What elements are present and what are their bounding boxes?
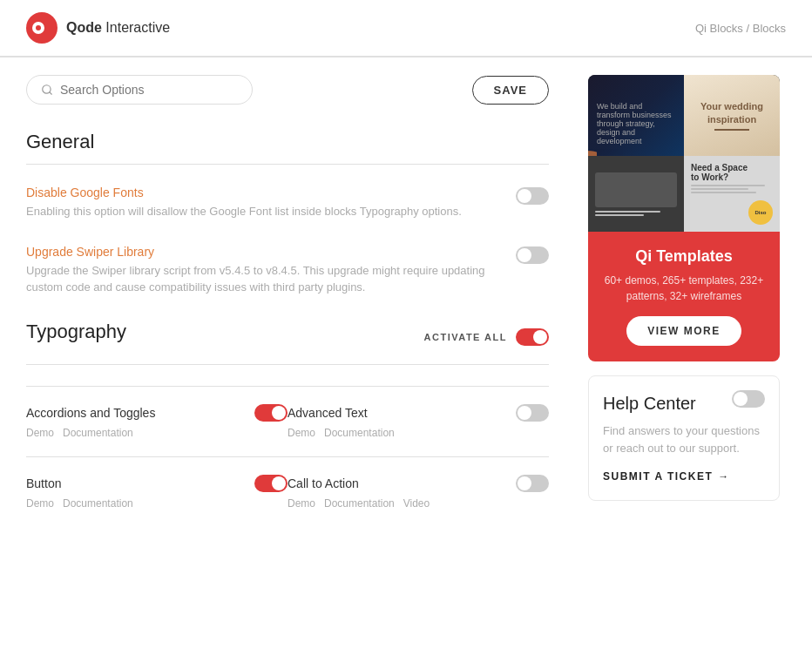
toggle-swiper-slider — [516, 246, 549, 264]
grid-item-links-accordions: Demo Documentation — [26, 427, 288, 439]
promo-desc: 60+ demos, 265+ templates, 232+ patterns… — [602, 273, 766, 304]
help-toggle-wrap — [732, 390, 765, 408]
grid-item-label-accordions: Accordions and Toggles — [26, 406, 155, 420]
setting-desc-swiper: Upgrade the Swiper library script from v… — [26, 262, 502, 296]
accordions-doc-link[interactable]: Documentation — [63, 427, 133, 439]
toggle-advanced-text-slider — [516, 404, 549, 422]
submit-ticket-arrow: → — [718, 470, 730, 483]
grid-item-links-advanced-text: Demo Documentation — [288, 427, 549, 439]
right-sidebar: We build and transform businesses throug… — [575, 57, 793, 544]
svg-text:D: D — [588, 149, 597, 156]
promo-img-dark: We build and transform businesses throug… — [588, 75, 684, 156]
logo: Qode Interactive — [26, 12, 170, 44]
typography-items-grid: Accordions and Toggles Demo Documentatio… — [26, 386, 549, 527]
advanced-text-doc-link[interactable]: Documentation — [324, 427, 395, 439]
toggle-call-to-action[interactable] — [516, 475, 549, 492]
general-section: General Disable Google Fonts Enabling th… — [26, 131, 549, 296]
toggle-google-fonts-slider — [516, 187, 549, 205]
accordions-demo-link[interactable]: Demo — [26, 427, 54, 439]
grid-item-label-advanced-text: Advanced Text — [288, 406, 368, 420]
toggle-swiper[interactable] — [516, 246, 549, 264]
promo-title: Qi Templates — [602, 247, 766, 266]
activate-all-slider — [516, 328, 549, 346]
typography-header: Typography ACTIVATE ALL — [26, 321, 549, 354]
breadcrumb: Qi Blocks / Blocks — [695, 22, 786, 35]
setting-label-swiper: Upgrade Swiper Library — [26, 245, 502, 259]
toggle-swiper-wrap — [516, 246, 549, 264]
button-doc-link[interactable]: Documentation — [63, 497, 133, 510]
promo-need-space-text: Need a Spaceto Work? — [691, 163, 748, 182]
setting-desc-google-fonts: Enabling this option will disallow the G… — [26, 203, 462, 220]
promo-img-wedding: Your wedding inspiration — [684, 75, 780, 156]
search-input[interactable] — [60, 83, 238, 97]
general-divider — [26, 164, 549, 165]
logo-text: Qode Interactive — [66, 20, 170, 36]
setting-disable-google-fonts: Disable Google Fonts Enabling this optio… — [26, 186, 549, 220]
logo-icon — [26, 12, 58, 44]
setting-label-google-fonts: Disable Google Fonts — [26, 186, 462, 199]
grid-item-label-call-to-action: Call to Action — [288, 476, 359, 490]
help-toggle[interactable] — [732, 390, 765, 408]
search-box — [26, 75, 253, 105]
promo-wedding-text: Your wedding inspiration — [691, 100, 773, 125]
search-row: SAVE — [26, 75, 549, 105]
view-more-button[interactable]: VIEW MORE — [626, 316, 741, 346]
grid-item-links-call-to-action: Demo Documentation Video — [288, 497, 549, 510]
grid-item-button: Button Demo Documentation — [26, 456, 288, 527]
cta-demo-link[interactable]: Demo — [288, 497, 315, 510]
toggle-accordions[interactable] — [254, 404, 288, 422]
page-header: Qode Interactive Qi Blocks / Blocks — [0, 0, 812, 57]
toggle-button-slider — [254, 475, 288, 492]
activate-all-toggle[interactable] — [516, 328, 549, 346]
search-icon — [41, 84, 53, 96]
help-desc: Find answers to your questions or reach … — [603, 422, 765, 456]
toggle-google-fonts[interactable] — [516, 187, 549, 205]
save-button[interactable]: SAVE — [472, 76, 549, 105]
main-container: SAVE General Disable Google Fonts Enabli… — [0, 57, 812, 544]
toggle-button[interactable] — [254, 475, 288, 492]
typography-title: Typography — [26, 321, 126, 343]
promo-img-restaurant — [588, 156, 684, 232]
svg-point-2 — [36, 25, 41, 30]
advanced-text-demo-link[interactable]: Demo — [288, 427, 315, 439]
activate-all-label: ACTIVATE ALL — [424, 332, 507, 342]
help-toggle-slider — [732, 390, 765, 408]
general-title: General — [26, 131, 549, 153]
toggle-accordions-slider — [254, 404, 288, 422]
promo-images: We build and transform businesses throug… — [588, 75, 780, 232]
toggle-google-fonts-wrap — [516, 187, 549, 205]
grid-item-links-button: Demo Documentation — [26, 497, 288, 510]
promo-bottom: Qi Templates 60+ demos, 265+ templates, … — [588, 232, 780, 361]
content-area: SAVE General Disable Google Fonts Enabli… — [0, 57, 575, 544]
activate-all: ACTIVATE ALL — [424, 328, 549, 346]
setting-upgrade-swiper: Upgrade Swiper Library Upgrade the Swipe… — [26, 245, 549, 296]
typography-divider — [26, 364, 549, 365]
toggle-cta-slider — [516, 475, 549, 492]
submit-ticket-button[interactable]: SUBMIT A TICKET → — [603, 470, 765, 483]
grid-item-advanced-text: Advanced Text Demo Documentation — [288, 386, 549, 456]
grid-item-accordions: Accordions and Toggles Demo Documentatio… — [26, 386, 288, 456]
button-demo-link[interactable]: Demo — [26, 497, 54, 510]
grid-item-label-button: Button — [26, 476, 61, 490]
submit-ticket-label: SUBMIT A TICKET — [603, 470, 713, 483]
grid-item-call-to-action: Call to Action Demo Documentation Video — [288, 456, 549, 527]
help-card: Help Center Find answers to your questio… — [588, 375, 780, 501]
promo-yellow-dot: Diso — [748, 200, 773, 225]
cta-doc-link[interactable]: Documentation — [324, 497, 395, 510]
svg-line-4 — [50, 92, 52, 95]
cta-video-link[interactable]: Video — [403, 497, 430, 510]
promo-img-office: Need a Spaceto Work? Diso — [684, 156, 780, 232]
promo-card: We build and transform businesses throug… — [588, 75, 780, 361]
toggle-advanced-text[interactable] — [516, 404, 549, 422]
typography-section: Typography ACTIVATE ALL Accordions and T… — [26, 321, 549, 527]
